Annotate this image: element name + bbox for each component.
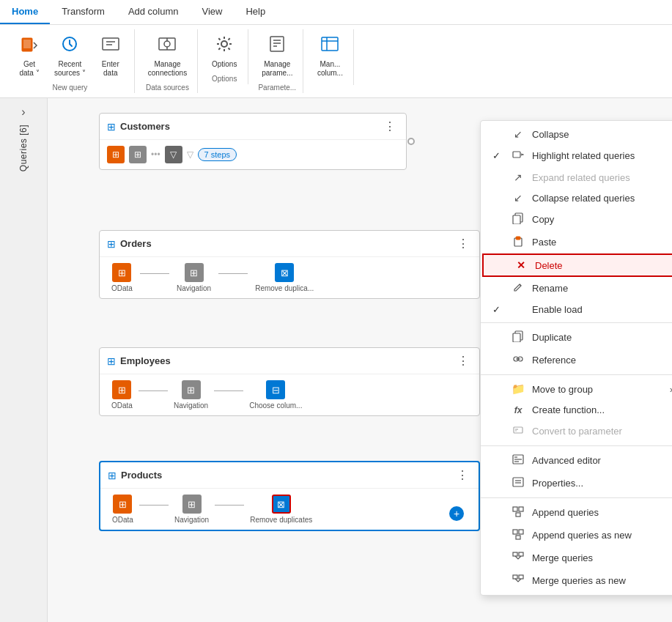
advanced-editor-icon	[512, 453, 525, 467]
queries-panel: › Queries [6]	[0, 98, 48, 622]
orders-node: ⊞ Orders ⋮ ⊞ OData ⊞ Navigation	[99, 230, 480, 299]
ribbon-group-new-query: Getdata ˅ Recentsources ˅ Enterdata New …	[6, 29, 135, 93]
products-odata-icon: ⊞	[113, 495, 132, 514]
orders-flow-remove-dup: ⊠ Remove duplica...	[255, 263, 314, 292]
cm-item-duplicate[interactable]: Duplicate	[481, 326, 672, 349]
properties-icon	[512, 476, 525, 490]
manage-col-label: Man...colum...	[317, 60, 343, 78]
svg-rect-22	[516, 237, 520, 240]
orders-node-menu[interactable]: ⋮	[454, 237, 472, 251]
ribbon-tabs: Home Transform Add column View Help	[0, 0, 672, 25]
products-plus-btn[interactable]: +	[449, 506, 464, 521]
employees-flow-odata: ⊞ OData	[111, 380, 133, 410]
cm-item-rename[interactable]: Rename	[481, 277, 672, 300]
manage-connections-icon	[157, 34, 177, 59]
products-flow-remove-dup: ⊠ Remove duplicates	[250, 495, 312, 524]
cm-item-delete[interactable]: ✕ Delete	[482, 253, 672, 277]
append-queries-new-icon	[512, 528, 525, 542]
svg-rect-44	[516, 536, 520, 539]
svg-rect-40	[519, 507, 523, 511]
customers-icon-3: •••	[151, 149, 160, 160]
products-remove-dup-label: Remove duplicates	[250, 516, 312, 524]
get-data-label: Getdata ˅	[19, 60, 39, 78]
enter-data-label: Enterdata	[102, 60, 119, 78]
recent-sources-button[interactable]: Recentsources ˅	[50, 31, 90, 81]
options-label: Options	[212, 60, 237, 69]
svg-rect-15	[322, 37, 338, 51]
enter-data-icon	[100, 34, 121, 59]
queries-toggle[interactable]: ›	[21, 105, 25, 119]
cm-rename-label: Rename	[532, 283, 672, 294]
cm-move-to-group-label: Move to group	[532, 384, 662, 395]
cm-item-merge-queries[interactable]: Merge queries	[481, 547, 672, 569]
recent-sources-label: Recentsources ˅	[54, 60, 86, 78]
cm-item-move-to-group[interactable]: 📁 Move to group ›	[481, 378, 672, 400]
svg-rect-11	[270, 37, 284, 51]
manage-col-button[interactable]: Man...colum...	[312, 31, 347, 81]
customers-node-menu[interactable]: ⋮	[381, 119, 399, 133]
products-node: ⊞ Products ⋮ ⊞ OData ⊞ Navigation ⊠ Remo…	[99, 461, 480, 531]
products-node-menu[interactable]: ⋮	[454, 468, 471, 482]
cm-item-collapse-related[interactable]: ↙ Collapse related queries	[481, 188, 672, 208]
cm-item-create-function[interactable]: fx Create function...	[481, 400, 672, 420]
products-odata-label: OData	[112, 516, 133, 524]
cm-item-paste[interactable]: Paste	[481, 231, 672, 253]
customers-node: ⊞ Customers ⋮ ⊞ ⊞ ••• ▽ ▽ 7 steps	[99, 113, 407, 170]
products-flow-navigation: ⊞ Navigation	[174, 495, 209, 524]
cm-item-append-queries[interactable]: Append queries	[481, 501, 672, 524]
customers-node-header: ⊞ Customers ⋮	[100, 114, 406, 140]
employees-choose-col-label: Choose colum...	[249, 401, 302, 410]
manage-params-button[interactable]: Manageparame...	[257, 31, 297, 81]
cm-item-collapse[interactable]: ↙ Collapse	[481, 124, 672, 144]
main-area: › Queries [6] ⊞ Customers ⋮ ⊞ ⊞ ••• ▽ ▽ …	[0, 98, 672, 622]
cm-item-copy[interactable]: Copy	[481, 208, 672, 231]
svg-rect-39	[513, 507, 517, 511]
svg-rect-45	[513, 552, 517, 556]
cm-separator-4	[481, 497, 672, 498]
cm-item-highlight-related[interactable]: ✓ Highlight related queries	[481, 144, 672, 167]
products-flow-odata: ⊞ OData	[112, 495, 133, 524]
manage-params-label: Manageparame...	[262, 60, 292, 78]
employees-odata-label: OData	[111, 401, 133, 410]
svg-rect-43	[519, 530, 523, 534]
cm-item-merge-queries-new[interactable]: Merge queries as new	[481, 569, 672, 592]
svg-rect-3	[103, 38, 119, 50]
create-function-icon: fx	[512, 405, 525, 415]
cm-merge-queries-new-label: Merge queries as new	[532, 575, 672, 586]
orders-table-icon: ⊞	[107, 238, 116, 250]
cm-item-advanced-editor[interactable]: Advanced editor	[481, 449, 672, 472]
manage-connections-button[interactable]: Manageconnections	[144, 31, 191, 81]
orders-navigation-label: Navigation	[177, 284, 211, 292]
enter-data-button[interactable]: Enterdata	[93, 31, 128, 81]
customers-steps-badge: 7 steps	[198, 148, 237, 161]
queries-count: [6]	[18, 125, 29, 136]
cm-item-convert-param: Convert to parameter	[481, 420, 672, 443]
cm-item-enable-load[interactable]: ✓ Enable load	[481, 300, 672, 319]
svg-rect-42	[513, 530, 517, 534]
get-data-button[interactable]: Getdata ˅	[12, 31, 47, 81]
recent-sources-icon	[59, 34, 80, 59]
cm-item-reference[interactable]: Reference	[481, 349, 672, 371]
tab-transform[interactable]: Transform	[50, 0, 117, 24]
employees-navigation-label: Navigation	[174, 401, 208, 410]
orders-node-flow: ⊞ OData ⊞ Navigation ⊠ Remove duplica...	[100, 257, 479, 298]
employees-node-menu[interactable]: ⋮	[454, 354, 472, 368]
cm-item-append-queries-new[interactable]: Append queries as new	[481, 524, 672, 547]
products-navigation-label: Navigation	[174, 516, 209, 524]
cm-create-function-label: Create function...	[532, 404, 672, 415]
tab-help[interactable]: Help	[234, 0, 277, 24]
customers-connector	[407, 138, 415, 145]
employees-odata-icon: ⊞	[112, 380, 131, 399]
options-icon	[214, 34, 235, 59]
canvas-area: ⊞ Customers ⋮ ⊞ ⊞ ••• ▽ ▽ 7 steps ⊞ Orde…	[48, 98, 672, 622]
merge-queries-new-icon	[512, 574, 525, 588]
tab-add-column[interactable]: Add column	[117, 0, 191, 24]
cm-enable-load-label: Enable load	[532, 304, 672, 315]
tab-home[interactable]: Home	[0, 0, 50, 24]
cm-delete-label: Delete	[535, 260, 670, 271]
svg-rect-46	[519, 552, 523, 556]
tab-view[interactable]: View	[191, 0, 235, 24]
svg-rect-1	[23, 40, 31, 48]
cm-item-properties[interactable]: Properties...	[481, 472, 672, 495]
options-button[interactable]: Options	[207, 31, 242, 72]
